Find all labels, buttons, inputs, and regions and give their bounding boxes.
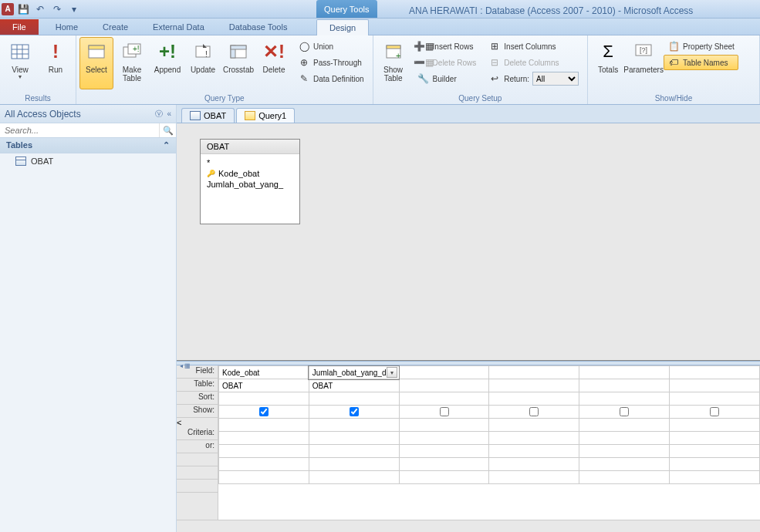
grid-cell[interactable] (309, 392, 399, 406)
field-list-star[interactable]: * (205, 157, 295, 168)
nav-search-input[interactable] (0, 123, 159, 137)
dropdown-icon[interactable]: ▾ (387, 367, 397, 378)
grid-cell[interactable] (579, 419, 670, 432)
table-names-button[interactable]: 🏷 Table Names (664, 55, 738, 70)
nav-collapse-icon[interactable]: ⓥ « (155, 109, 171, 120)
grid-cell[interactable] (489, 432, 579, 445)
grid-cell[interactable] (309, 445, 399, 458)
grid-cell[interactable] (489, 379, 579, 392)
show-checkbox[interactable] (620, 407, 629, 416)
grid-cell[interactable] (399, 471, 489, 484)
grid-cell[interactable] (579, 445, 670, 458)
builder-button[interactable]: 🔧 Builder (414, 71, 481, 86)
union-button[interactable]: ◯ Union (294, 39, 368, 54)
grid-cell[interactable] (489, 406, 579, 419)
grid-cell[interactable] (489, 458, 579, 471)
show-checkbox[interactable] (350, 407, 359, 416)
grid-cell[interactable] (309, 432, 399, 445)
grid-cell[interactable] (219, 419, 309, 432)
grid-cell[interactable] (489, 419, 579, 432)
view-button[interactable]: View ▼ (3, 37, 37, 89)
grid-cell[interactable] (579, 406, 670, 419)
grid-cell[interactable] (309, 406, 399, 419)
query-design-surface[interactable]: OBAT * 🔑 Kode_obat Jumlah_obat_yang_ (177, 123, 760, 361)
show-checkbox[interactable] (529, 407, 539, 416)
tab-design[interactable]: Design (316, 19, 369, 35)
insert-columns-button[interactable]: ⊞ Insert Columns (485, 39, 583, 54)
totals-button[interactable]: Σ Totals (591, 37, 625, 89)
crosstab-button[interactable]: Crosstab (221, 37, 255, 89)
grid-cell[interactable] (489, 392, 579, 406)
grid-cell[interactable] (579, 471, 670, 484)
show-checkbox[interactable] (259, 407, 269, 416)
search-icon[interactable]: 🔍 (159, 123, 176, 137)
bottom-scrollbar[interactable] (177, 520, 760, 532)
grid-cell[interactable] (399, 392, 489, 406)
grid-cell[interactable] (579, 432, 670, 445)
grid-cell[interactable] (670, 419, 760, 432)
grid-cell[interactable] (219, 432, 309, 445)
grid-cell[interactable] (399, 406, 489, 419)
tab-external-data[interactable]: External Data (140, 19, 217, 35)
grid-cell[interactable] (399, 366, 489, 379)
grid-cell[interactable] (399, 419, 489, 432)
grid-cell[interactable] (670, 458, 760, 471)
passthrough-button[interactable]: ⊕ Pass-Through (294, 55, 368, 70)
make-table-button[interactable]: +! Make Table (115, 37, 149, 89)
show-checkbox[interactable] (710, 407, 719, 416)
grid-cell[interactable]: OBAT (309, 379, 399, 392)
grid-cell[interactable] (579, 366, 670, 379)
grid-cell[interactable] (670, 379, 760, 392)
grid-cell[interactable] (399, 458, 489, 471)
nav-section-tables[interactable]: Tables ⌃ (0, 138, 176, 153)
grid-cell[interactable] (670, 366, 760, 379)
grid-cell[interactable] (219, 392, 309, 406)
grid-cell[interactable]: Jumlah_obat_yang_di▾ (309, 366, 399, 379)
grid-cell[interactable] (309, 419, 399, 432)
horizontal-splitter[interactable]: ◂ ▦ (177, 361, 760, 365)
grid-cell[interactable] (579, 458, 670, 471)
grid-cell[interactable] (579, 379, 670, 392)
grid-cell[interactable] (670, 445, 760, 458)
grid-cell[interactable] (670, 432, 760, 445)
grid-cell[interactable] (399, 379, 489, 392)
grid-cell[interactable] (489, 471, 579, 484)
delete-query-button[interactable]: ✕! Delete (257, 37, 291, 89)
doc-tab-obat[interactable]: OBAT (181, 108, 235, 123)
grid-cell[interactable] (489, 445, 579, 458)
property-sheet-button[interactable]: 📋 Property Sheet (664, 39, 738, 54)
grid-cell[interactable] (309, 458, 399, 471)
field-list-item[interactable]: Jumlah_obat_yang_ (205, 179, 295, 190)
show-checkbox[interactable] (440, 407, 449, 416)
tab-file[interactable]: File (0, 19, 39, 35)
grid-cell[interactable]: Kode_obat (219, 366, 309, 379)
grid-cell[interactable] (670, 392, 760, 406)
grid-cell[interactable] (670, 471, 760, 484)
nav-item-obat[interactable]: OBAT (0, 153, 176, 169)
field-list-item[interactable]: 🔑 Kode_obat (205, 168, 295, 179)
nav-header[interactable]: All Access Objects ⓥ « (0, 105, 176, 123)
redo-qat-button[interactable]: ↷ (49, 2, 65, 17)
tab-home[interactable]: Home (43, 19, 90, 35)
grid-cell[interactable] (219, 471, 309, 484)
qat-customize-button[interactable]: ▾ (66, 2, 82, 17)
parameters-button[interactable]: [?] Parameters (627, 37, 660, 89)
return-select[interactable]: All (532, 72, 579, 86)
grid-cell[interactable] (219, 406, 309, 419)
grid-cell[interactable] (399, 432, 489, 445)
append-button[interactable]: +! Append (150, 37, 184, 89)
tab-create[interactable]: Create (90, 19, 140, 35)
grid-cell[interactable] (309, 471, 399, 484)
insert-rows-button[interactable]: ➕▦ Insert Rows (414, 39, 481, 54)
grid-cell[interactable] (399, 445, 489, 458)
undo-qat-button[interactable]: ↶ (32, 2, 48, 17)
grid-cell[interactable] (579, 392, 670, 406)
run-button[interactable]: ! Run (39, 37, 73, 89)
doc-tab-query1[interactable]: Query1 (236, 108, 295, 123)
save-qat-button[interactable]: 💾 (15, 2, 31, 17)
grid-cell[interactable] (670, 406, 760, 419)
field-list-obat[interactable]: OBAT * 🔑 Kode_obat Jumlah_obat_yang_ (200, 139, 300, 224)
data-definition-button[interactable]: ✎ Data Definition (294, 71, 368, 86)
update-button[interactable]: ! Update (186, 37, 220, 89)
tab-database-tools[interactable]: Database Tools (217, 19, 300, 35)
